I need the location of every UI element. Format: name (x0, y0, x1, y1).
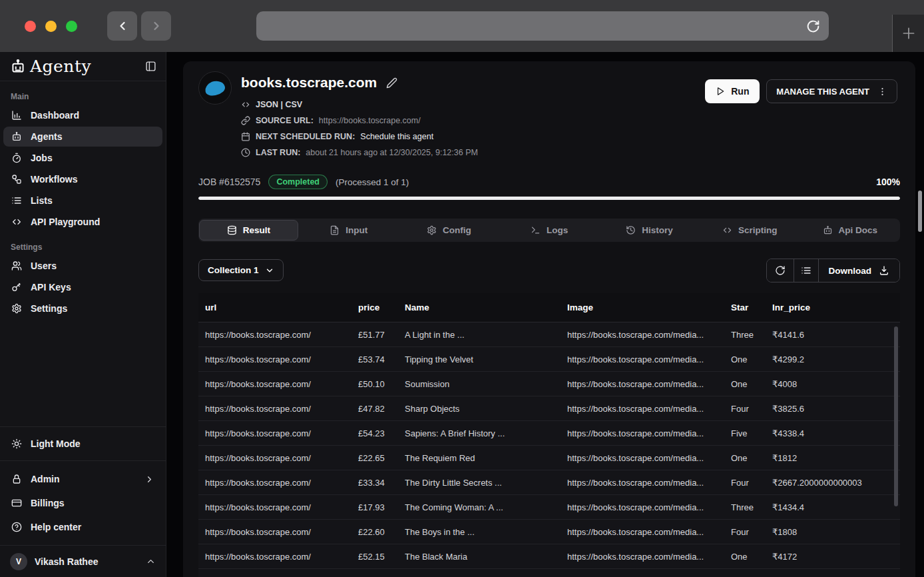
tab-api-docs[interactable]: Api Docs (800, 220, 899, 241)
table-cell-inr_price: ₹4299.2 (772, 354, 900, 364)
run-button[interactable]: Run (705, 79, 760, 103)
progress-percent: 100% (876, 177, 900, 187)
table-cell-star: One (731, 453, 772, 463)
sidebar-item-api-playground[interactable]: API Playground (3, 212, 162, 232)
zoom-window-button[interactable] (66, 21, 77, 32)
sidebar-item-label: API Keys (31, 282, 71, 292)
gear-icon (427, 225, 437, 235)
tab-scripting[interactable]: Scripting (700, 220, 800, 241)
url-input[interactable] (256, 11, 806, 41)
column-header-star: Star (731, 302, 772, 312)
column-header-image: Image (567, 302, 731, 312)
table-cell-price: £33.34 (358, 478, 405, 488)
chevron-down-icon (265, 266, 274, 275)
tab-result[interactable]: Result (199, 220, 298, 241)
close-window-button[interactable] (25, 21, 36, 32)
table-cell-name: The Coming Woman: A ... (405, 502, 567, 512)
minimize-window-button[interactable] (45, 21, 57, 32)
reload-icon[interactable] (806, 19, 820, 33)
table-cell-price: £50.10 (358, 379, 405, 389)
dots-vertical-icon[interactable] (877, 87, 887, 97)
browser-back-button[interactable] (107, 11, 137, 41)
table-cell-url: https://books.toscrape.com/ (205, 478, 358, 488)
table-cell-url: https://books.toscrape.com/ (205, 453, 358, 463)
table-cell-star: Three (731, 502, 772, 512)
credit-card-icon (11, 498, 22, 508)
table-cell-image: https://books.toscrape.com/media... (567, 478, 731, 488)
light-mode-label: Light Mode (31, 438, 81, 449)
table-row: https://books.toscrape.com/£54.23Sapiens… (198, 421, 900, 446)
view-options-button[interactable] (794, 259, 818, 282)
section-label-main: Main (11, 92, 155, 101)
sidebar-item-api-keys[interactable]: API Keys (3, 277, 162, 297)
gear-icon (11, 303, 22, 314)
chevron-up-icon (146, 556, 156, 566)
bar-chart-icon (11, 110, 22, 121)
window-scrollbar-thumb[interactable] (918, 191, 922, 232)
plus-icon (900, 25, 917, 42)
sidebar-item-lists[interactable]: Lists (3, 191, 162, 211)
download-icon (879, 265, 889, 276)
light-mode-toggle[interactable]: Light Mode (3, 428, 162, 460)
new-tab-button[interactable] (892, 15, 924, 52)
sidebar-item-billings[interactable]: Billings (3, 492, 162, 514)
table-cell-image: https://books.toscrape.com/media... (567, 379, 731, 389)
users-icon (11, 261, 22, 271)
sidebar-item-admin[interactable]: Admin (3, 468, 162, 490)
sidebar-item-help-center[interactable]: Help center (3, 516, 162, 538)
browser-forward-button[interactable] (141, 11, 171, 41)
table-row: https://books.toscrape.com/£22.60The Boy… (198, 520, 900, 544)
table-cell-name: Sharp Objects (405, 404, 567, 414)
history-icon (626, 225, 636, 235)
table-cell-price: £53.74 (358, 354, 405, 364)
table-row: https://books.toscrape.com/£51.77A Light… (198, 322, 900, 347)
tab-history[interactable]: History (600, 220, 699, 241)
table-row: https://books.toscrape.com/£47.82Sharp O… (198, 396, 900, 421)
file-text-icon (330, 225, 340, 235)
table-cell-image: https://books.toscrape.com/media... (567, 330, 731, 340)
sidebar-item-users[interactable]: Users (3, 256, 162, 276)
collection-dropdown[interactable]: Collection 1 (198, 259, 284, 281)
table-scrollbar-thumb[interactable] (894, 326, 898, 506)
agent-format: JSON | CSV (256, 100, 302, 109)
table-cell-star: Four (731, 478, 772, 488)
table-cell-name: Sapiens: A Brief History ... (405, 428, 567, 438)
list-icon (801, 265, 811, 276)
table-cell-name: Soumission (405, 379, 567, 389)
sidebar-item-workflows[interactable]: Workflows (3, 169, 162, 189)
results-table: url price Name Image Star Inr_price http… (198, 293, 900, 577)
workflow-icon (11, 174, 22, 185)
tab-logs[interactable]: Logs (500, 220, 599, 241)
table-cell-image: https://books.toscrape.com/media... (567, 428, 731, 438)
edit-pencil-icon[interactable] (386, 77, 397, 89)
sidebar-item-jobs[interactable]: Jobs (3, 148, 162, 168)
tab-config[interactable]: Config (399, 220, 499, 241)
table-cell-price: £52.15 (358, 552, 405, 562)
code-icon (241, 100, 250, 109)
sidebar-item-settings[interactable]: Settings (3, 298, 162, 318)
column-header-price: price (358, 302, 405, 312)
app-name: Agenty (30, 57, 91, 76)
robot-logo-icon (9, 58, 27, 75)
table-cell-inr_price: ₹1808 (772, 527, 900, 537)
column-header-url: url (205, 302, 358, 312)
table-cell-star: Four (731, 404, 772, 414)
sidebar-item-agents[interactable]: Agents (3, 127, 162, 147)
sidebar-item-label: API Playground (31, 217, 100, 227)
user-menu[interactable]: V Vikash Rathee (3, 546, 162, 577)
table-cell-image: https://books.toscrape.com/media... (567, 354, 731, 364)
table-cell-price: £54.23 (358, 428, 405, 438)
code-icon (11, 217, 22, 227)
refresh-button[interactable] (767, 259, 794, 282)
sidebar-item-label: Agents (31, 131, 62, 142)
schedule-agent-link[interactable]: Schedule this agent (360, 132, 433, 141)
tab-input[interactable]: Input (300, 220, 399, 241)
progress-fill (198, 197, 900, 200)
table-row: https://books.toscrape.com/£52.15The Bla… (198, 544, 900, 569)
sidebar-item-dashboard[interactable]: Dashboard (3, 105, 162, 125)
download-button[interactable]: Download (818, 259, 900, 282)
play-icon (716, 87, 725, 96)
manage-agent-button[interactable]: MANAGE THIS AGENT (766, 79, 897, 103)
sidebar-collapse-icon[interactable] (145, 61, 156, 72)
sidebar-item-label: Admin (31, 474, 60, 484)
